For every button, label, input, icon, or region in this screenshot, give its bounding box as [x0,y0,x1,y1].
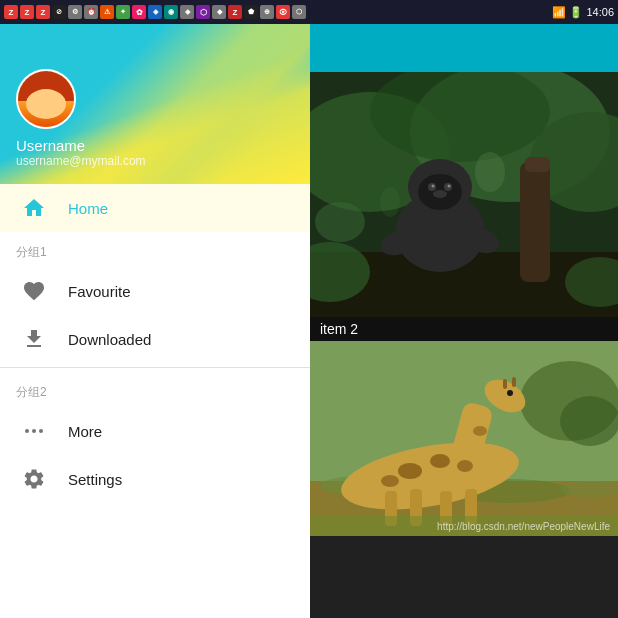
gorilla-image-item [310,72,618,317]
app-icon-17: ⊕ [260,5,274,19]
svg-rect-46 [503,379,507,389]
username-label: Username [16,137,294,154]
email-label: username@mymail.com [16,154,294,168]
group1-label: 分组1 [0,232,310,267]
app-icon-19: ⬡ [292,5,306,19]
nav-item-more[interactable]: More [0,407,310,455]
svg-point-2 [39,429,43,433]
status-bar: Z Z Z ⊘ ⚙ ⏰ ⚠ ✦ ✿ ◈ ◉ ◈ ⬡ ◆ Z ⬟ ⊕ ⦿ ⬡ 📶 … [0,0,618,24]
group2-label: 分组2 [0,372,310,407]
nav-item-home[interactable]: Home [0,184,310,232]
app-icon-16: ⬟ [244,5,258,19]
app-icon-10: ◈ [148,5,162,19]
nav-item-downloaded[interactable]: Downloaded [0,315,310,363]
more-icon [16,413,52,449]
svg-point-25 [380,187,400,217]
app-icon-2: Z [20,5,34,19]
app-icon-7: ⚠ [100,5,114,19]
app-icon-13: ⬡ [196,5,210,19]
settings-icon [16,461,52,497]
app-icon-18: ⦿ [276,5,290,19]
wifi-icon: 📶 [552,6,566,19]
app-icon-8: ✦ [116,5,130,19]
app-icon-6: ⏰ [84,5,98,19]
item2-label: item 2 [310,317,618,341]
content-area: item 2 [310,24,618,618]
svg-point-45 [507,390,513,396]
svg-point-24 [475,152,505,192]
svg-point-40 [473,426,487,436]
app-icon-5: ⚙ [68,5,82,19]
home-label: Home [68,200,108,217]
svg-point-30 [560,481,618,497]
nav-item-favourite[interactable]: Favourite [0,267,310,315]
app-icon-3: Z [36,5,50,19]
download-icon [16,321,52,357]
svg-point-32 [560,396,618,446]
time-display: 14:06 [586,6,614,18]
heart-icon [16,273,52,309]
svg-point-39 [381,475,399,487]
downloaded-label: Downloaded [68,331,151,348]
settings-label: Settings [68,471,122,488]
svg-point-37 [430,454,450,468]
svg-point-23 [315,202,365,242]
nav-item-settings[interactable]: Settings [0,455,310,503]
status-bar-right: 📶 🔋 14:06 [552,6,614,19]
app-icon-9: ✿ [132,5,146,19]
content-header [310,24,618,72]
main-container: Username username@mymail.com Home 分组1 Fa… [0,24,618,618]
home-icon [16,190,52,226]
app-icon-15: Z [228,5,242,19]
svg-point-18 [433,190,447,198]
drawer-header: Username username@mymail.com [0,24,310,184]
svg-point-36 [398,463,422,479]
app-icon-14: ◆ [212,5,226,19]
app-icon-11: ◉ [164,5,178,19]
divider-1 [0,367,310,368]
app-icon-1: Z [4,5,18,19]
svg-rect-47 [512,377,516,387]
svg-rect-9 [520,162,550,282]
battery-icon: 🔋 [569,6,583,19]
svg-rect-10 [525,157,550,172]
avatar [16,69,76,129]
more-label: More [68,423,102,440]
svg-point-38 [457,460,473,472]
favourite-label: Favourite [68,283,131,300]
status-bar-icons: Z Z Z ⊘ ⚙ ⏰ ⚠ ✦ ✿ ◈ ◉ ◈ ⬡ ◆ Z ⬟ ⊕ ⦿ ⬡ [4,5,306,19]
app-icon-12: ◈ [180,5,194,19]
watermark: http://blog.csdn.net/newPeopleNewLife [437,521,610,532]
svg-point-0 [25,429,29,433]
svg-point-1 [32,429,36,433]
svg-point-16 [432,185,435,188]
app-icon-4: ⊘ [52,5,66,19]
giraffe-image-item: http://blog.csdn.net/newPeopleNewLife [310,341,618,536]
svg-point-17 [448,185,451,188]
navigation-drawer: Username username@mymail.com Home 分组1 Fa… [0,24,310,618]
